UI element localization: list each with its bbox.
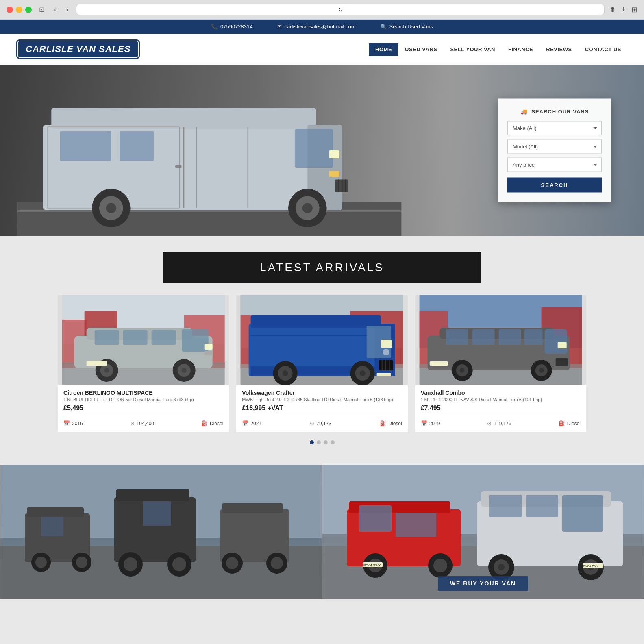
search-panel: 🚚 SEARCH OUR VANS Make (All) Citroen For… xyxy=(498,99,611,202)
fuel-icon: ⛽ xyxy=(201,420,208,426)
latest-arrivals-section: LATEST ARRIVALS xyxy=(0,236,644,465)
make-select[interactable]: Make (All) Citroen Ford Mercedes Vauxhal… xyxy=(507,121,602,135)
email-icon: ✉ xyxy=(277,24,282,30)
forward-button[interactable]: › xyxy=(64,4,71,15)
svg-rect-10 xyxy=(175,165,182,168)
minimize-button[interactable] xyxy=(16,7,22,13)
top-bar: 📞 07590728314 ✉ carlislevansales@hotmail… xyxy=(0,20,644,34)
carousel-dot-4[interactable] xyxy=(331,440,335,444)
svg-rect-80 xyxy=(446,329,468,345)
search-panel-title: 🚚 SEARCH OUR VANS xyxy=(507,109,602,115)
svg-rect-37 xyxy=(152,330,176,345)
fuel-icon: ⛽ xyxy=(380,420,386,426)
phone-number: 07590728314 xyxy=(220,24,253,30)
berlingo-fuel: ⛽ Diesel xyxy=(201,420,223,426)
svg-rect-105 xyxy=(41,517,63,536)
svg-rect-65 xyxy=(381,340,392,348)
svg-rect-3 xyxy=(51,108,316,129)
calendar-icon: 📅 xyxy=(421,420,427,426)
svg-point-107 xyxy=(35,557,47,568)
sidebar-toggle-button[interactable]: ⊡ xyxy=(37,5,47,14)
model-select[interactable]: Model (All) Berlingo Transit Crafter Com… xyxy=(507,139,602,154)
nav-sell-your-van[interactable]: SELL YOUR VAN xyxy=(444,43,502,56)
svg-rect-36 xyxy=(123,330,148,345)
carousel-dot-1[interactable] xyxy=(310,440,314,444)
svg-rect-82 xyxy=(498,329,521,345)
website: 📞 07590728314 ✉ carlislevansales@hotmail… xyxy=(0,20,644,599)
crafter-spec: MWB High Roof 2.0 TDI CR35 Startline TDI… xyxy=(242,397,402,402)
svg-rect-131 xyxy=(562,495,603,532)
header: CARLISLE VAN SALES HOME USED VANS SELL Y… xyxy=(0,34,644,65)
email-address: carlislevansales@hotmail.com xyxy=(285,24,356,30)
carousel-dot-2[interactable] xyxy=(317,440,321,444)
crafter-fuel: ⛽ Diesel xyxy=(380,420,402,426)
carousel-dots xyxy=(16,440,628,444)
berlingo-year: 📅 2016 xyxy=(63,420,83,426)
crafter-mileage: ⊙ 79,173 xyxy=(310,420,331,426)
van-card-berlingo[interactable]: Citroen BERLINGO MULTISPACE 1.6L BLUEHDI… xyxy=(58,295,229,432)
new-tab-button[interactable]: + xyxy=(621,5,626,14)
crafter-card-body: Volkswagen Crafter MWB High Roof 2.0 TDI… xyxy=(236,385,407,432)
van-card-combo[interactable]: Vauxhall Combo 1.5L L1H1 2000 LE NAV S/S… xyxy=(415,295,586,432)
browser-window: ⊡ ‹ › ↻ ⬆ + ⊞ 📞 07590728314 ✉ carlisleva… xyxy=(0,0,644,599)
crafter-year: 📅 2021 xyxy=(242,420,261,426)
van-card-crafter[interactable]: Volkswagen Crafter MWB High Roof 2.0 TDI… xyxy=(236,295,407,432)
nav-finance[interactable]: FINANCE xyxy=(502,43,540,56)
combo-fuel: ⛽ Diesel xyxy=(559,420,581,426)
close-button[interactable] xyxy=(7,7,13,13)
berlingo-meta: 📅 2016 ⊙ 104,400 ⛽ Diesel xyxy=(63,416,223,426)
logo[interactable]: CARLISLE VAN SALES xyxy=(16,39,140,59)
svg-point-61 xyxy=(283,370,288,376)
buy-your-van-label[interactable]: WE BUY YOUR VAN xyxy=(438,576,528,591)
main-nav: HOME USED VANS SELL YOUR VAN FINANCE REV… xyxy=(369,43,628,56)
nav-contact-us[interactable]: CONTACT US xyxy=(579,43,628,56)
nav-reviews[interactable]: REVIEWS xyxy=(540,43,578,56)
combo-card-body: Vauxhall Combo 1.5L L1H1 2000 LE NAV S/S… xyxy=(415,385,586,432)
svg-point-100 xyxy=(124,557,137,571)
combo-meta: 📅 2019 ⊙ 119,176 ⛽ Diesel xyxy=(421,416,581,426)
bottom-section: RO64 GWY PV64 GYY xyxy=(0,465,644,599)
svg-rect-121 xyxy=(359,505,392,532)
carousel-dot-3[interactable] xyxy=(324,440,328,444)
tabs-button[interactable]: ⊞ xyxy=(631,5,637,14)
hero-van-image xyxy=(0,65,419,236)
svg-point-136 xyxy=(498,564,505,570)
calendar-icon: 📅 xyxy=(63,420,70,426)
back-button[interactable]: ‹ xyxy=(52,4,59,15)
combo-name: Vauxhall Combo xyxy=(421,389,581,396)
hero-section: 🚚 SEARCH OUR VANS Make (All) Citroen For… xyxy=(0,65,644,236)
svg-rect-92 xyxy=(429,361,448,366)
traffic-lights xyxy=(7,7,32,13)
svg-rect-71 xyxy=(377,373,391,376)
svg-point-13 xyxy=(106,203,116,213)
price-select[interactable]: Any price Under £5,000 Under £10,000 Und… xyxy=(507,158,602,172)
van-cards-grid: Citroen BERLINGO MULTISPACE 1.6L BLUEHDI… xyxy=(58,295,586,432)
search-icon: 🔍 xyxy=(380,24,387,30)
share-button[interactable]: ⬆ xyxy=(609,5,616,14)
address-bar[interactable]: ↻ xyxy=(76,4,605,15)
phone-item[interactable]: 📞 07590728314 xyxy=(211,24,253,30)
svg-rect-6 xyxy=(60,131,111,161)
fullscreen-button[interactable] xyxy=(25,7,32,13)
svg-point-70 xyxy=(383,349,389,355)
svg-rect-91 xyxy=(555,358,568,366)
email-item[interactable]: ✉ carlislevansales@hotmail.com xyxy=(277,24,356,30)
nav-home[interactable]: HOME xyxy=(369,43,398,56)
nav-used-vans[interactable]: USED VANS xyxy=(398,43,444,56)
bottom-right-panel[interactable]: RO64 GWY PV64 GYY xyxy=(322,465,644,599)
search-vans-item[interactable]: 🔍 Search Used Vans xyxy=(380,24,433,30)
svg-rect-54 xyxy=(251,315,381,328)
search-button[interactable]: SEARCH xyxy=(507,178,602,193)
berlingo-price: £5,495 xyxy=(63,405,223,412)
svg-rect-90 xyxy=(557,342,566,348)
svg-point-109 xyxy=(76,557,87,568)
crafter-image xyxy=(236,295,407,385)
svg-rect-45 xyxy=(205,351,213,355)
berlingo-spec: 1.6L BLUEHDI FEEL EDITION 5dr Diesel Man… xyxy=(63,397,223,402)
crafter-price: £16,995 +VAT xyxy=(242,405,402,412)
speedometer-icon: ⊙ xyxy=(310,420,314,426)
berlingo-name: Citroen BERLINGO MULTISPACE xyxy=(63,389,223,396)
combo-year: 📅 2019 xyxy=(421,420,440,426)
svg-rect-133 xyxy=(526,495,558,517)
bottom-left-panel[interactable] xyxy=(0,465,322,599)
